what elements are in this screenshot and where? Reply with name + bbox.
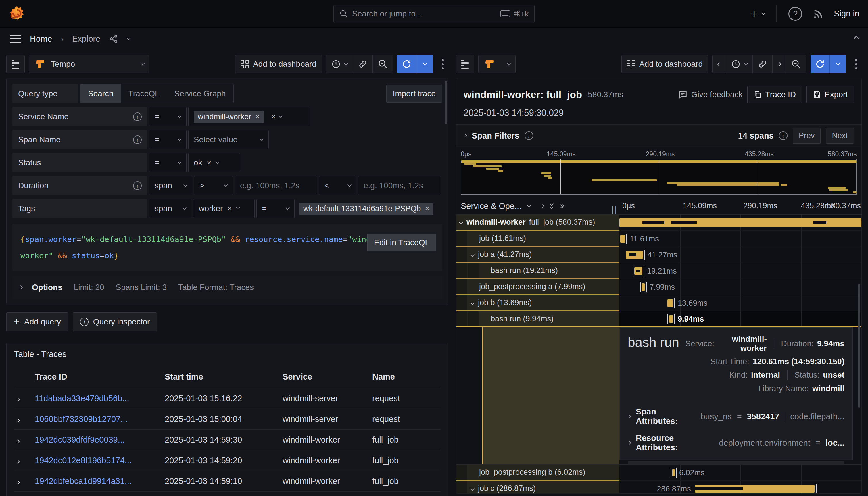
span-bar[interactable] [634, 267, 642, 275]
col-trace-id[interactable]: Trace ID [32, 368, 162, 388]
table-row[interactable]: 1942dbfebca1d9914a31...2025-01-03 14:59:… [14, 471, 440, 492]
duration-scope[interactable]: span [149, 176, 192, 195]
duration-lt-operator[interactable]: < [319, 176, 356, 195]
status-value[interactable]: ok× [188, 153, 240, 172]
split-shorten-button[interactable] [373, 55, 393, 73]
table-row[interactable]: 1942dc039dfdf9e0039...2025-01-03 14:59:3… [14, 430, 440, 450]
scrollbar-thumb[interactable] [445, 81, 447, 124]
span-timeline[interactable]: 7.99ms [619, 279, 862, 295]
add-query-button[interactable]: +Add query [6, 312, 68, 331]
column-resize-handle[interactable]: || [611, 204, 618, 214]
run-query-interval-dropdown[interactable] [830, 55, 846, 73]
collapse-one-icon[interactable] [540, 204, 544, 208]
tab-service-graph[interactable]: Service Graph [167, 84, 233, 103]
trace-id-link[interactable]: 1060bbf732309b12707... [35, 414, 128, 423]
span-bar[interactable] [669, 315, 673, 323]
span-name[interactable]: job c (286.87ms) [456, 481, 619, 493]
search-input[interactable] [352, 9, 496, 18]
span-timeline[interactable]: 19.21ms [619, 263, 862, 279]
span-bar[interactable] [672, 469, 675, 477]
panel-menu-icon[interactable] [850, 59, 862, 69]
span-bar[interactable] [619, 218, 862, 227]
resource-attributes-row[interactable]: Resource Attributes: deployment.environm… [628, 433, 844, 452]
chevron-down-icon[interactable] [527, 203, 531, 207]
span-name[interactable]: job_postprocessing a (7.99ms) [456, 279, 619, 295]
time-shift-back-button[interactable] [713, 55, 726, 73]
copy-link-button[interactable] [353, 55, 373, 73]
datasource-picker[interactable]: Tempo [29, 55, 150, 73]
span-timeline[interactable]: 13.69ms [619, 295, 862, 311]
span-bar[interactable] [641, 283, 645, 291]
row-expander-icon[interactable] [14, 450, 32, 471]
span-timeline[interactable]: 41.27ms [619, 247, 862, 263]
span-bar[interactable] [626, 251, 643, 259]
expand-chevron-icon[interactable] [471, 250, 474, 259]
span-timeline[interactable]: 6.02ms [619, 465, 862, 481]
time-picker-button[interactable] [726, 55, 753, 73]
service-name-chip[interactable]: windmill-worker× [194, 111, 264, 123]
span-name[interactable]: bash run (19.21ms) [456, 263, 619, 279]
expand-all-icon[interactable] [559, 205, 564, 208]
span-attributes-row[interactable]: Span Attributes: busy_ns = 3582417 code.… [628, 407, 844, 426]
col-service[interactable]: Service [280, 368, 370, 388]
span-timeline[interactable]: 286.87ms [619, 481, 862, 493]
service-operation-column-header[interactable]: Service & Ope... [461, 201, 521, 211]
span-name-value[interactable]: Select value [188, 130, 269, 149]
menu-toggle-icon[interactable] [10, 35, 21, 43]
trace-id-link[interactable]: 1942dbfebca1d9914a31... [35, 477, 131, 486]
span-bar[interactable] [667, 299, 673, 307]
duration-gt-operator[interactable]: > [194, 176, 233, 195]
span-timeline[interactable]: 11.61ms [619, 231, 862, 247]
table-row[interactable]: 1942dc012e8f196b5174...2025-01-03 14:59:… [14, 450, 440, 471]
span-name[interactable]: job b (13.69ms) [456, 295, 619, 311]
status-operator[interactable]: = [149, 153, 187, 172]
refresh-icon[interactable] [397, 55, 416, 73]
refresh-icon[interactable] [810, 55, 830, 73]
help-icon[interactable]: ? [788, 7, 802, 21]
edit-in-traceql-button[interactable]: Edit in TraceQL [367, 234, 436, 251]
tab-search[interactable]: Search [80, 84, 121, 103]
span-name[interactable]: job (11.61ms) [456, 231, 619, 247]
outline-button[interactable] [456, 55, 474, 73]
table-row[interactable]: 1060bbf732309b12707...2025-01-03 15:00:0… [14, 409, 440, 430]
datasource-picker-compact[interactable] [478, 55, 516, 73]
query-inspector-button[interactable]: iQuery inspector [73, 312, 157, 331]
span-name[interactable]: job a (41.27ms) [456, 247, 619, 263]
tag-value[interactable]: wk-default-133114d6a91e-PSPQb× [296, 199, 442, 218]
remove-chip-icon[interactable]: × [227, 205, 232, 213]
span-bar[interactable] [695, 485, 815, 493]
row-expander-icon[interactable] [14, 409, 32, 430]
global-search[interactable]: ⌘+k [334, 4, 534, 23]
service-name-operator[interactable]: = [149, 107, 187, 126]
span-timeline[interactable]: 9.94ms [619, 311, 862, 326]
tab-traceql[interactable]: TraceQL [121, 84, 167, 103]
table-row[interactable]: 11dabada33e479db56b...2025-01-03 15:16:2… [14, 388, 440, 409]
span-name[interactable]: windmill-workerfull_job (580.37ms) [456, 215, 619, 231]
tag-key[interactable]: worker× [193, 199, 255, 218]
time-shift-forward-button[interactable] [773, 55, 786, 73]
remove-chip-icon[interactable]: × [425, 205, 430, 213]
span-name[interactable]: job_postprocessing b (6.02ms) [456, 465, 619, 481]
new-menu-button[interactable]: + [751, 8, 765, 19]
span-filters-bar[interactable]: Span Filters i 14 spans i Prev Next [456, 124, 862, 147]
grafana-logo-icon[interactable] [9, 5, 25, 22]
trace-id-button[interactable]: Trace ID [747, 86, 802, 103]
span-timeline[interactable] [619, 215, 862, 231]
import-trace-button[interactable]: Import trace [386, 85, 442, 103]
prev-span-button[interactable]: Prev [793, 128, 821, 144]
trace-id-link[interactable]: 11dabada33e479db56b... [35, 394, 129, 403]
row-expander-icon[interactable] [14, 471, 32, 492]
row-expander-icon[interactable] [14, 388, 32, 409]
give-feedback-button[interactable]: Give feedback [678, 90, 743, 99]
scrollbar-thumb[interactable] [858, 284, 860, 408]
row-expander-icon[interactable] [14, 430, 32, 450]
sign-in-button[interactable]: Sign in [834, 9, 859, 18]
minimap-canvas[interactable] [461, 159, 857, 195]
news-rss-icon[interactable] [812, 8, 824, 20]
duration-max-input[interactable] [358, 176, 441, 195]
next-span-button[interactable]: Next [826, 128, 854, 144]
span-name-operator[interactable]: = [149, 130, 187, 149]
trace-id-link[interactable]: 1942dc012e8f196b5174... [35, 456, 131, 465]
export-button[interactable]: Export [806, 86, 854, 103]
tag-operator[interactable]: = [257, 199, 295, 218]
